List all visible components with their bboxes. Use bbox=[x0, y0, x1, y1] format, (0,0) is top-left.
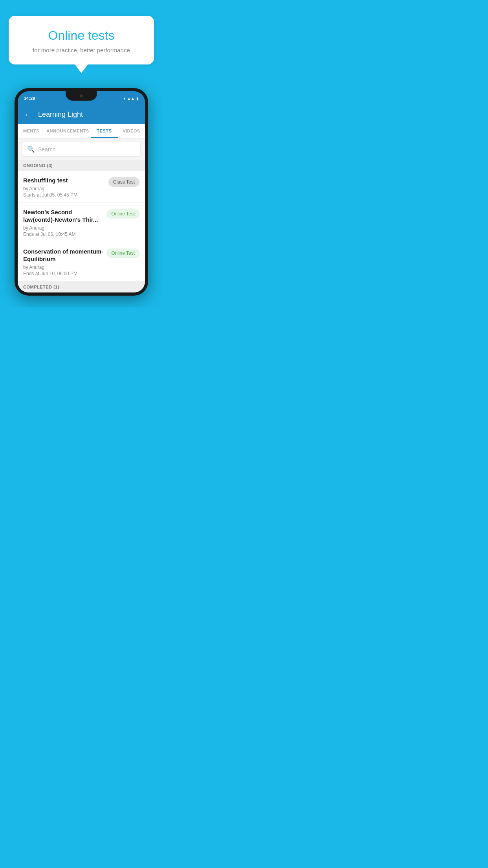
test-info-newton: Newton's Second law(contd)-Newton's Thir… bbox=[23, 208, 103, 237]
test-badge-newton: Online Test bbox=[106, 209, 139, 219]
test-info-reshuffling: Reshuffling test by Anurag Starts at Jul… bbox=[23, 177, 105, 198]
test-by-reshuffling: by Anurag bbox=[23, 186, 105, 191]
ongoing-section-header: ONGOING (3) bbox=[18, 160, 145, 171]
search-placeholder: Search bbox=[38, 146, 55, 153]
status-icons: ▾ ▲▲ ▮ bbox=[123, 96, 139, 101]
test-item-conservation[interactable]: Conservation of momentum-Equilibrium by … bbox=[18, 242, 145, 281]
tab-announcements[interactable]: ANNOUNCEMENTS bbox=[45, 124, 91, 138]
test-time-reshuffling: Starts at Jul 05, 05:45 PM bbox=[23, 192, 105, 198]
signal-icon: ▲▲ bbox=[127, 96, 135, 101]
phone-frame: 14:29 ▾ ▲▲ ▮ ← Learning Light MENTS ANNO… bbox=[15, 88, 148, 296]
test-badge-conservation: Online Test bbox=[106, 248, 139, 258]
tabs-bar: MENTS ANNOUNCEMENTS TESTS VIDEOS bbox=[18, 124, 145, 138]
test-badge-reshuffling: Class Test bbox=[108, 177, 139, 187]
test-info-conservation: Conservation of momentum-Equilibrium by … bbox=[23, 248, 103, 276]
test-item-reshuffling[interactable]: Reshuffling test by Anurag Starts at Jul… bbox=[18, 171, 145, 203]
test-by-conservation: by Anurag bbox=[23, 265, 103, 270]
bubble-title: Online tests bbox=[20, 28, 142, 43]
phone-notch bbox=[66, 91, 97, 101]
completed-section-header: COMPLETED (1) bbox=[18, 281, 145, 292]
bubble-subtitle: for more practice, better performance bbox=[20, 47, 142, 53]
speech-bubble: Online tests for more practice, better p… bbox=[9, 16, 154, 64]
test-name-conservation: Conservation of momentum-Equilibrium bbox=[23, 248, 103, 263]
search-input-wrapper[interactable]: 🔍 Search bbox=[22, 142, 140, 156]
app-screen: ← Learning Light MENTS ANNOUNCEMENTS TES… bbox=[18, 105, 145, 292]
test-time-conservation: Ends at Jun 10, 06:00 PM bbox=[23, 271, 103, 276]
tab-tests[interactable]: TESTS bbox=[91, 124, 118, 138]
battery-icon: ▮ bbox=[136, 96, 139, 101]
test-time-newton: Ends at Jul 06, 10:45 AM bbox=[23, 232, 103, 237]
status-time: 14:29 bbox=[24, 96, 35, 101]
test-name-reshuffling: Reshuffling test bbox=[23, 177, 105, 184]
test-name-newton: Newton's Second law(contd)-Newton's Thir… bbox=[23, 208, 103, 224]
camera-dot bbox=[80, 94, 83, 97]
search-container: 🔍 Search bbox=[18, 138, 145, 160]
test-by-newton: by Anurag bbox=[23, 225, 103, 231]
app-bar: ← Learning Light bbox=[18, 105, 145, 124]
app-bar-title: Learning Light bbox=[38, 110, 83, 119]
wifi-icon: ▾ bbox=[123, 96, 125, 101]
test-item-newton[interactable]: Newton's Second law(contd)-Newton's Thir… bbox=[18, 203, 145, 242]
tab-videos[interactable]: VIDEOS bbox=[118, 124, 145, 138]
search-icon: 🔍 bbox=[27, 145, 35, 153]
status-bar: 14:29 ▾ ▲▲ ▮ bbox=[18, 91, 145, 105]
tab-ments[interactable]: MENTS bbox=[18, 124, 45, 138]
back-arrow-icon[interactable]: ← bbox=[24, 110, 32, 119]
